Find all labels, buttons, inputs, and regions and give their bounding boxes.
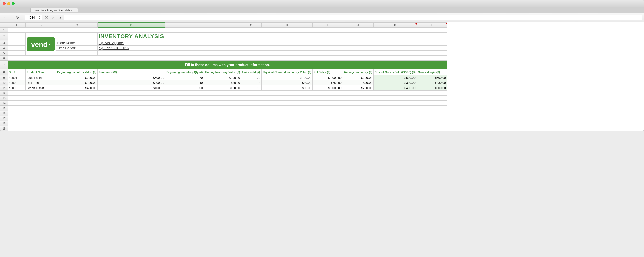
cell-product-10[interactable]: Red T-shirt bbox=[26, 80, 56, 85]
col-header-F[interactable]: F bbox=[204, 23, 241, 28]
cell-pciv-9[interactable]: $190.00 bbox=[261, 75, 312, 80]
cancel-formula-button[interactable]: ✕ bbox=[44, 15, 49, 20]
col-header-L[interactable]: L bbox=[417, 23, 447, 28]
col-header-cogs[interactable]: Cost of Goods Sold (COGS) ($) bbox=[373, 69, 417, 75]
cell-biv-9[interactable]: $200.00 bbox=[56, 75, 98, 80]
cell-netsales-11[interactable]: $1,000.00 bbox=[312, 85, 343, 91]
cell-16[interactable] bbox=[8, 111, 447, 116]
spreadsheet-tab[interactable]: Inventory Analysis Spreadsheet bbox=[30, 8, 78, 12]
cell-purchases-9[interactable]: $500.00 bbox=[97, 75, 165, 80]
cell-3-rest[interactable] bbox=[165, 40, 447, 46]
confirm-formula-button[interactable]: ✓ bbox=[51, 15, 56, 20]
cell-product-11[interactable]: Green T-shirt bbox=[26, 85, 56, 91]
cell-3-C[interactable]: Store Name: bbox=[56, 40, 98, 46]
refresh-button[interactable]: ↻ bbox=[15, 15, 20, 20]
cell-2-C[interactable] bbox=[56, 33, 98, 40]
cell-sku-11[interactable]: a0003 bbox=[8, 85, 26, 91]
cell-2-rest[interactable] bbox=[165, 33, 447, 40]
close-button[interactable] bbox=[3, 2, 6, 5]
col-header-biv[interactable]: Beginning Inventory Value ($) bbox=[56, 69, 98, 75]
cell-gm-11[interactable]: $600.00 bbox=[417, 85, 447, 91]
cell-sku-9[interactable]: a0001 bbox=[8, 75, 26, 80]
cell-biq-9[interactable]: 70 bbox=[165, 75, 204, 80]
col-header-net-sales[interactable]: Net Sales ($) bbox=[312, 69, 343, 75]
cell-4-A[interactable] bbox=[8, 46, 26, 51]
cell-netsales-10[interactable]: $750.00 bbox=[312, 80, 343, 85]
col-header-sku[interactable]: SKU bbox=[8, 69, 26, 75]
cell-units-11[interactable]: 10 bbox=[241, 85, 261, 91]
cell-19[interactable] bbox=[8, 126, 447, 131]
cell-eiv-11[interactable]: $100.00 bbox=[204, 85, 241, 91]
cell-pciv-11[interactable]: $90.00 bbox=[261, 85, 312, 91]
back-button[interactable]: ← bbox=[2, 15, 8, 20]
cell-cogs-10[interactable]: $320.00 bbox=[373, 80, 417, 85]
cell-ref-arrows[interactable]: ▲▼ bbox=[38, 15, 40, 20]
cell-avginv-11[interactable]: $250.00 bbox=[343, 85, 373, 91]
cell-2-D-title[interactable]: INVENTORY ANALYSIS bbox=[97, 33, 165, 40]
cell-sku-10[interactable]: a0002 bbox=[8, 80, 26, 85]
col-header-product-name[interactable]: Product Name bbox=[26, 69, 56, 75]
col-header-A[interactable]: A bbox=[8, 23, 26, 28]
col-header-I[interactable]: I bbox=[312, 23, 343, 28]
cell-netsales-9[interactable]: $1,000.00 bbox=[312, 75, 343, 80]
cell-4-D[interactable]: e.g. Jan 1 - 31, 2016 bbox=[97, 46, 165, 51]
cell-13[interactable] bbox=[8, 96, 447, 101]
cell-reference-input[interactable] bbox=[26, 15, 38, 20]
cell-cogs-11[interactable]: $400.00 bbox=[373, 85, 417, 91]
cell-12[interactable] bbox=[8, 91, 447, 96]
col-header-pciv[interactable]: Physical Counted Inventory Value ($) bbox=[261, 69, 312, 75]
cell-3-A[interactable] bbox=[8, 40, 26, 46]
col-header-B[interactable]: B bbox=[26, 23, 56, 28]
cell-biq-10[interactable]: 40 bbox=[165, 80, 204, 85]
cell-pciv-10[interactable]: $80.00 bbox=[261, 80, 312, 85]
cell-15[interactable] bbox=[8, 106, 447, 111]
cell-eiv-9[interactable]: $200.00 bbox=[204, 75, 241, 80]
cell-1-empty[interactable] bbox=[8, 28, 447, 33]
col-header-C[interactable]: C bbox=[56, 23, 98, 28]
cell-avginv-9[interactable]: $200.00 bbox=[343, 75, 373, 80]
col-header-K[interactable]: K bbox=[373, 23, 417, 28]
cell-cogs-9[interactable]: $500.00 bbox=[373, 75, 417, 80]
forward-button[interactable]: → bbox=[9, 15, 14, 20]
cell-17[interactable] bbox=[8, 116, 447, 121]
cell-5-C[interactable] bbox=[56, 51, 98, 56]
cell-5-rest[interactable] bbox=[165, 51, 447, 56]
cell-gm-10[interactable]: $430.00 bbox=[417, 80, 447, 85]
cell-purchases-11[interactable]: $100.00 bbox=[97, 85, 165, 91]
col-header-E[interactable]: E bbox=[165, 23, 204, 28]
cell-4-rest[interactable] bbox=[165, 46, 447, 51]
cell-2-A[interactable] bbox=[8, 33, 26, 40]
col-header-G[interactable]: G bbox=[241, 23, 261, 28]
cell-biq-11[interactable]: 50 bbox=[165, 85, 204, 91]
col-header-purchases[interactable]: Purchases ($) bbox=[97, 69, 165, 75]
cell-6-empty[interactable] bbox=[8, 56, 447, 61]
cell-18[interactable] bbox=[8, 121, 447, 126]
cell-14[interactable] bbox=[8, 101, 447, 106]
cell-eiv-10[interactable]: $80.00 bbox=[204, 80, 241, 85]
col-header-H[interactable]: H bbox=[261, 23, 312, 28]
col-header-eiv[interactable]: Ending Inventory Value ($) bbox=[204, 69, 241, 75]
cell-purchases-10[interactable]: $300.00 bbox=[97, 80, 165, 85]
maximize-button[interactable] bbox=[12, 2, 15, 5]
cell-4-C[interactable]: Time Period: bbox=[56, 46, 98, 51]
cell-gm-9[interactable]: $500.00 bbox=[417, 75, 447, 80]
cell-biv-11[interactable]: $400.00 bbox=[56, 85, 98, 91]
cell-biv-10[interactable]: $100.00 bbox=[56, 80, 98, 85]
col-header-avg-inv[interactable]: Average Inventory ($) bbox=[343, 69, 373, 75]
cell-5-D[interactable] bbox=[97, 51, 165, 56]
cell-5-A[interactable] bbox=[8, 51, 26, 56]
col-header-gross-margin[interactable]: Gross Margin ($) bbox=[417, 69, 447, 75]
col-header-J[interactable]: J bbox=[343, 23, 373, 28]
cell-3-D[interactable]: e.g. ABC Apparel bbox=[97, 40, 165, 46]
cell-product-9[interactable]: Blue T-shirt bbox=[26, 75, 56, 80]
minimize-button[interactable] bbox=[7, 2, 10, 5]
col-header-units-sold[interactable]: Units sold (#) bbox=[241, 69, 261, 75]
cell-avginv-10[interactable]: $90.00 bbox=[343, 80, 373, 85]
cell-units-9[interactable]: 20 bbox=[241, 75, 261, 80]
col-header-D[interactable]: D bbox=[97, 23, 165, 28]
col-header-biq[interactable]: Beginning Inventory Qty (#) bbox=[165, 69, 204, 75]
formula-input[interactable] bbox=[64, 15, 642, 20]
row-num-12: 12 bbox=[0, 91, 8, 96]
row-num-15: 15 bbox=[0, 106, 8, 111]
cell-units-10[interactable]: 8 bbox=[241, 80, 261, 85]
